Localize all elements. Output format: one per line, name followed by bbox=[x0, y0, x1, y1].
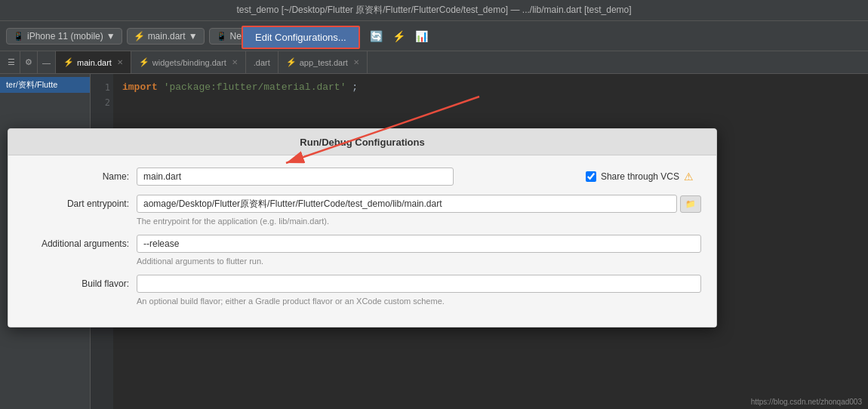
name-field-group: Share through VCS ⚠ bbox=[137, 168, 701, 186]
build-flavor-hint: An optional build flavor; either a Gradl… bbox=[137, 297, 701, 306]
chevron-down-icon: ▼ bbox=[106, 31, 115, 42]
tab-widgets-binding-close[interactable]: ✕ bbox=[232, 58, 238, 66]
ide-background: test_demo [~/Desktop/Flutter 原资料/Flutter… bbox=[0, 0, 868, 409]
run-config-label: main.dart bbox=[148, 31, 186, 42]
dialog-body: Name: Share through VCS ⚠ Dart entrypoin… bbox=[8, 155, 716, 327]
watermark: https://blog.csdn.net/zhonqad003 bbox=[751, 398, 862, 406]
name-form-row: Name: Share through VCS ⚠ bbox=[23, 168, 701, 186]
tab-widgets-binding[interactable]: ⚡ widgets/binding.dart ✕ bbox=[131, 51, 246, 74]
dart-entrypoint-browse-button[interactable]: 📁 bbox=[680, 195, 701, 213]
tab-settings[interactable]: ⚙ bbox=[20, 51, 38, 74]
name-label: Name: bbox=[23, 168, 129, 182]
additional-args-hint: Additional arguments to flutter run. bbox=[137, 257, 701, 266]
vcs-checkbox[interactable] bbox=[586, 171, 596, 182]
minus-icon: — bbox=[42, 58, 51, 67]
phone-icon: 📱 bbox=[13, 31, 24, 42]
import-string: 'package:flutter/material.dart' bbox=[164, 81, 346, 93]
tab-item-sidebar-toggle[interactable]: ☰ bbox=[3, 51, 20, 74]
tab-widgets-binding-label: widgets/binding.dart bbox=[152, 58, 226, 67]
tab-main-dart[interactable]: ⚡ main.dart ✕ bbox=[56, 51, 131, 74]
dart-file-icon: ⚡ bbox=[63, 57, 74, 67]
tab-app-test[interactable]: ⚡ app_test.dart ✕ bbox=[279, 51, 368, 74]
dart-file-icon2: ⚡ bbox=[139, 57, 149, 67]
build-flavor-label: Build flavor: bbox=[23, 275, 129, 289]
settings-icon: ⚙ bbox=[25, 57, 32, 67]
tab-minus[interactable]: — bbox=[38, 51, 56, 74]
tab-app-test-close[interactable]: ✕ bbox=[353, 58, 359, 66]
dart-entrypoint-label: Dart entrypoint: bbox=[23, 195, 129, 209]
tab-main-dart-close[interactable]: ✕ bbox=[117, 58, 123, 66]
code-semicolon: ; bbox=[352, 81, 358, 93]
dart-entrypoint-form-row: Dart entrypoint: 📁 The entrypoint for th… bbox=[23, 195, 701, 226]
sidebar-toggle-icon: ☰ bbox=[8, 57, 15, 67]
title-bar: test_demo [~/Desktop/Flutter 原资料/Flutter… bbox=[0, 0, 868, 21]
dart-icon: ⚡ bbox=[134, 31, 145, 42]
name-input[interactable] bbox=[137, 168, 454, 186]
device-selector[interactable]: 📱 iPhone 11 (mobile) ▼ bbox=[6, 28, 122, 45]
build-flavor-input[interactable] bbox=[137, 275, 701, 293]
dart-entrypoint-hint: The entrypoint for the application (e.g.… bbox=[137, 217, 701, 226]
build-flavor-field-group: An optional build flavor; either a Gradl… bbox=[137, 275, 701, 306]
vcs-check-group: Share through VCS ⚠ bbox=[586, 171, 701, 183]
device-label: iPhone 11 (mobile) bbox=[27, 31, 103, 42]
dart-entrypoint-field-group: 📁 The entrypoint for the application (e.… bbox=[137, 195, 701, 226]
edit-config-label: Edit Configurations... bbox=[255, 32, 346, 43]
warning-icon: ⚠ bbox=[684, 171, 694, 183]
import-keyword: import bbox=[122, 81, 158, 93]
nexus-icon: 📱 bbox=[216, 31, 227, 42]
additional-args-form-row: Additional arguments: Additional argumen… bbox=[23, 235, 701, 266]
tab-bar: ☰ ⚙ — ⚡ main.dart ✕ ⚡ widgets/binding.da… bbox=[0, 51, 868, 74]
run-debug-configurations-dialog: Run/Debug Configurations Name: Share thr… bbox=[8, 128, 717, 328]
left-panel-item-main[interactable]: ter/资料/Flutte bbox=[0, 77, 90, 93]
additional-args-input[interactable] bbox=[137, 235, 701, 253]
dart-file-icon3: ⚡ bbox=[286, 57, 297, 67]
additional-args-label: Additional arguments: bbox=[23, 235, 129, 249]
toolbar-icon-coverage[interactable]: ⚡ bbox=[389, 27, 408, 45]
build-flavor-form-row: Build flavor: An optional build flavor; … bbox=[23, 275, 701, 306]
tab-app-test-label: app_test.dart bbox=[300, 58, 348, 67]
toolbar-icon-profile[interactable]: 📊 bbox=[412, 27, 430, 45]
tab-dart-label: .dart bbox=[254, 58, 270, 67]
dialog-title: Run/Debug Configurations bbox=[300, 137, 424, 148]
toolbar: 📱 iPhone 11 (mobile) ▼ ⚡ main.dart ▼ 📱 N… bbox=[0, 21, 868, 51]
dart-entrypoint-input-group: 📁 bbox=[137, 195, 701, 213]
code-line-1: import 'package:flutter/material.dart' ; bbox=[122, 80, 358, 95]
additional-args-field-group: Additional arguments to flutter run. bbox=[137, 235, 701, 266]
toolbar-icon-attach[interactable]: 🔄 bbox=[367, 27, 385, 45]
dart-entrypoint-input[interactable] bbox=[137, 195, 677, 213]
run-config-selector[interactable]: ⚡ main.dart ▼ bbox=[127, 28, 205, 45]
chevron-down-icon2: ▼ bbox=[189, 31, 198, 42]
code-line-2 bbox=[122, 95, 358, 110]
title-bar-text: test_demo [~/Desktop/Flutter 原资料/Flutter… bbox=[236, 4, 631, 17]
tab-main-dart-label: main.dart bbox=[77, 58, 112, 67]
edit-configurations-dropdown[interactable]: Edit Configurations... bbox=[242, 26, 360, 49]
vcs-label: Share through VCS bbox=[601, 171, 679, 182]
tab-dart[interactable]: .dart bbox=[246, 51, 279, 74]
dialog-title-bar: Run/Debug Configurations bbox=[8, 129, 716, 155]
